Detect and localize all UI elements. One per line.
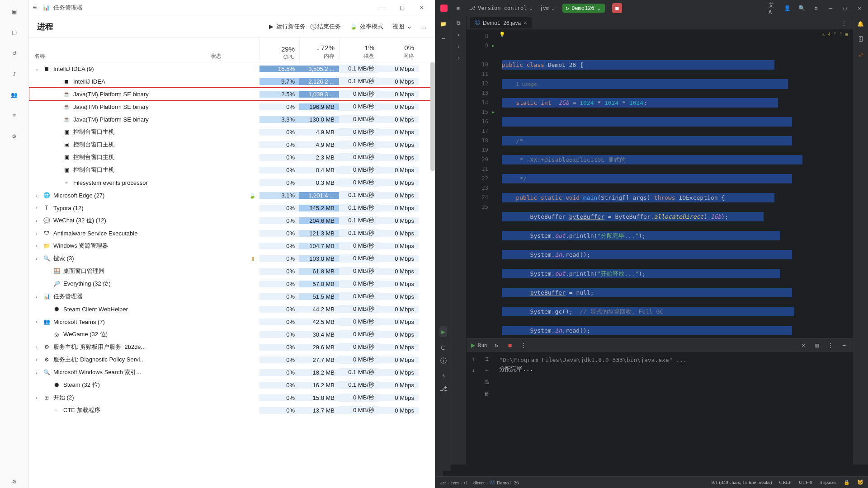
editor-tab[interactable]: Ⓒ Demo1_26.java ✕ bbox=[470, 17, 532, 28]
problems-icon[interactable]: ⓘ bbox=[440, 357, 447, 365]
console-output[interactable]: "D:\Program Files\Java\jdk1.8.0_333\bin\… bbox=[494, 352, 853, 465]
translate-icon[interactable]: 文A bbox=[769, 4, 777, 12]
tm-process-list[interactable]: ⌄◼IntelliJ IDEA (9)15.5%3,505.2 ...0.1 M… bbox=[29, 62, 435, 488]
up-arrow-icon[interactable]: ↑ bbox=[472, 356, 475, 362]
table-row[interactable]: ›📁Windows 资源管理器0%104.7 MB0 MB/秒0 Mbps bbox=[29, 239, 435, 252]
table-row[interactable]: ☕Java(TM) Platform SE binary2.5%1,039.3 … bbox=[29, 88, 435, 100]
new-task-button[interactable]: ▶运行新任务 bbox=[269, 23, 306, 31]
table-row[interactable]: 🪟桌面窗口管理器0%61.8 MB0 MB/秒0 Mbps bbox=[29, 265, 435, 277]
window-minimize-icon[interactable]: — bbox=[826, 4, 835, 12]
window-close-icon[interactable]: ✕ bbox=[855, 4, 863, 12]
settings-icon[interactable]: ⚙ bbox=[8, 475, 21, 488]
structure-icon[interactable]: ⧉ bbox=[455, 19, 463, 27]
table-row[interactable]: ›💬WeChat (32 位) (12)0%204.6 MB0.1 MB/秒0 … bbox=[29, 214, 435, 227]
line-sep[interactable]: CRLF bbox=[779, 479, 792, 485]
run-button[interactable]: ↻Demo126⌄ bbox=[562, 4, 605, 13]
code-editor[interactable]: 💡 ⚠ 4 ˄ ˅ ⊞ 8 9 ▶ 10 11 12 13 14 15 ▶ 16… bbox=[467, 30, 853, 338]
end-task-button[interactable]: ⃠结束任务 bbox=[315, 23, 341, 31]
col-mem-label[interactable]: 内存 bbox=[304, 52, 335, 60]
file-encoding[interactable]: UTF-8 bbox=[799, 479, 812, 485]
details-icon[interactable]: ≡ bbox=[8, 109, 21, 122]
code-content[interactable]: public class Demo1_26 { 1 usage static i… bbox=[494, 30, 853, 338]
breadcrumb[interactable]: ast› jvm› t1› direct› ⒸDemo1_26 bbox=[440, 479, 519, 486]
table-row[interactable]: ›📊任务管理器0%51.5 MB0 MB/秒0 Mbps bbox=[29, 290, 435, 303]
print-icon[interactable]: 🖶 bbox=[484, 379, 490, 385]
services-icon[interactable]: ⚙ bbox=[8, 130, 21, 143]
nav-right-icon[interactable]: › bbox=[455, 31, 463, 39]
run-side-icon[interactable]: ▶ bbox=[439, 326, 447, 337]
processes-icon[interactable]: ▣ bbox=[8, 5, 21, 18]
maven-icon[interactable]: m bbox=[857, 51, 865, 59]
minimize-button[interactable]: — bbox=[373, 1, 392, 14]
console-more-icon[interactable]: ⋮ bbox=[519, 341, 528, 349]
gutter-run-icon[interactable]: ▶ bbox=[492, 108, 495, 117]
gear-icon[interactable]: ⚙ bbox=[812, 4, 820, 12]
col-status-label[interactable]: 状态 bbox=[211, 52, 254, 60]
warning-tool-icon[interactable]: ⚠ bbox=[441, 371, 445, 379]
table-row[interactable]: ▣控制台窗口主机0%4.9 MB0 MB/秒0 Mbps bbox=[29, 138, 435, 151]
maximize-button[interactable]: ▢ bbox=[392, 1, 411, 14]
version-control-dropdown[interactable]: ⎇Version control⌄ bbox=[469, 5, 533, 11]
table-row[interactable]: ›⊞开始 (2)0%15.8 MB0 MB/秒0 Mbps bbox=[29, 391, 435, 404]
table-row[interactable]: ⬢Steam Client WebHelper0%44.2 MB0 MB/秒0 … bbox=[29, 303, 435, 315]
collapse-icon[interactable]: — bbox=[439, 34, 448, 42]
table-row[interactable]: ◼IntelliJ IDEA9.7%2,126.2 ...0.1 MB/秒0 M… bbox=[29, 75, 435, 88]
table-row[interactable]: ▫Filesystem events processor0%0.3 MB0 MB… bbox=[29, 176, 435, 189]
col-name-label[interactable]: 名称 bbox=[34, 52, 200, 60]
table-row[interactable]: ›👥Microsoft Teams (7)0%42.5 MB0 MB/秒0 Mb… bbox=[29, 315, 435, 328]
notifications-icon[interactable]: 🔔 bbox=[857, 20, 865, 28]
project-tool-icon[interactable]: 📁 bbox=[439, 20, 448, 28]
more-button[interactable]: … bbox=[421, 23, 427, 31]
table-row[interactable]: ›TTypora (12)0%345.2 MB0.1 MB/秒0 Mbps bbox=[29, 202, 435, 214]
table-row[interactable]: ›🛡Antimalware Service Executable0%121.3 … bbox=[29, 227, 435, 239]
readonly-lock-icon[interactable]: 🔒 bbox=[844, 479, 850, 485]
table-row[interactable]: ›🔍搜索 (3)⏸0%103.0 MB0 MB/秒0 Mbps bbox=[29, 252, 435, 265]
filter-icon[interactable]: ⇶ bbox=[485, 356, 488, 362]
stop-console-icon[interactable]: ■ bbox=[506, 341, 514, 349]
col-net-label[interactable]: 网络 bbox=[384, 52, 414, 60]
code-with-me-icon[interactable]: 👤 bbox=[783, 4, 791, 12]
col-cpu-label[interactable]: CPU bbox=[264, 54, 295, 60]
table-row[interactable]: ▣控制台窗口主机0%2.3 MB0 MB/秒0 Mbps bbox=[29, 151, 435, 164]
scrollbar[interactable] bbox=[430, 62, 435, 171]
performance-icon[interactable]: ▢ bbox=[8, 26, 21, 39]
table-row[interactable]: ›⚙服务主机: Diagnostic Policy Servi...0%27.7… bbox=[29, 353, 435, 366]
table-row[interactable]: ›⚙服务主机: 剪贴板用户服务_2b2de...0%29.6 MB0 MB/秒0… bbox=[29, 341, 435, 353]
trash-icon[interactable]: 🗑 bbox=[484, 391, 490, 397]
intention-bulb-icon[interactable]: 💡 bbox=[499, 32, 505, 38]
history-icon[interactable]: ↺ bbox=[8, 47, 21, 60]
view-button[interactable]: 视图⌄ bbox=[392, 23, 412, 31]
softwrap-icon[interactable]: ↩ bbox=[485, 367, 488, 374]
table-row[interactable]: ▫CTE 加载程序0%13.7 MB0 MB/秒0 Mbps bbox=[29, 404, 435, 417]
console-options-icon[interactable]: ⋮ bbox=[826, 341, 835, 349]
layout-icon[interactable]: ▥ bbox=[813, 341, 821, 349]
table-row[interactable]: ⌄◼IntelliJ IDEA (9)15.5%3,505.2 ...0.1 M… bbox=[29, 62, 435, 75]
startup-icon[interactable]: ⤴ bbox=[8, 68, 21, 80]
table-row[interactable]: ›🌐Microsoft Edge (27)🍃3.1%1,201.4 ...0.1… bbox=[29, 189, 435, 202]
table-row[interactable]: ▣控制台窗口主机0%4.9 MB0 MB/秒0 Mbps bbox=[29, 126, 435, 138]
users-icon[interactable]: 👥 bbox=[8, 89, 21, 101]
table-row[interactable]: ›🔍Microsoft Windows Search 索引...0%18.2 M… bbox=[29, 366, 435, 379]
rerun-icon[interactable]: ↻ bbox=[492, 341, 500, 349]
efficiency-button[interactable]: 🍃效率模式 bbox=[350, 23, 383, 31]
table-row[interactable]: ◎WeGame (32 位)0%30.4 MB0 MB/秒0 Mbps bbox=[29, 328, 435, 341]
down-arrow-icon[interactable]: ↓ bbox=[472, 367, 475, 374]
git-icon[interactable]: ⎇ bbox=[440, 385, 447, 392]
hide-console-icon[interactable]: — bbox=[840, 341, 848, 349]
table-row[interactable]: ▣控制台窗口主机0%0.4 MB0 MB/秒0 Mbps bbox=[29, 164, 435, 176]
indent-setting[interactable]: 4 spaces bbox=[820, 479, 836, 485]
inspection-indicator[interactable]: ⚠ 4 ˄ ˅ ⊞ bbox=[822, 32, 848, 38]
caret-position[interactable]: 9:1 (449 chars, 15 line breaks) bbox=[712, 479, 772, 485]
nav-right-icon-2[interactable]: › bbox=[455, 42, 463, 51]
table-row[interactable]: ☕Java(TM) Platform SE binary0%196.9 MB0 … bbox=[29, 100, 435, 113]
search-icon[interactable]: 🔍 bbox=[797, 4, 806, 12]
table-row[interactable]: 🔎Everything (32 位)0%57.0 MB0 MB/秒0 Mbps bbox=[29, 277, 435, 290]
run-tool-tab[interactable]: ▶Run bbox=[471, 342, 487, 349]
window-maximize-icon[interactable]: ▢ bbox=[841, 4, 849, 12]
nav-right-icon-3[interactable]: › bbox=[455, 54, 463, 62]
terminal-icon[interactable]: ▢ bbox=[441, 343, 445, 351]
close-button[interactable]: ✕ bbox=[412, 1, 431, 14]
tab-close-icon[interactable]: ✕ bbox=[524, 20, 527, 25]
gutter-run-icon[interactable]: ▶ bbox=[492, 41, 495, 51]
stop-button[interactable]: ■ bbox=[612, 3, 622, 13]
